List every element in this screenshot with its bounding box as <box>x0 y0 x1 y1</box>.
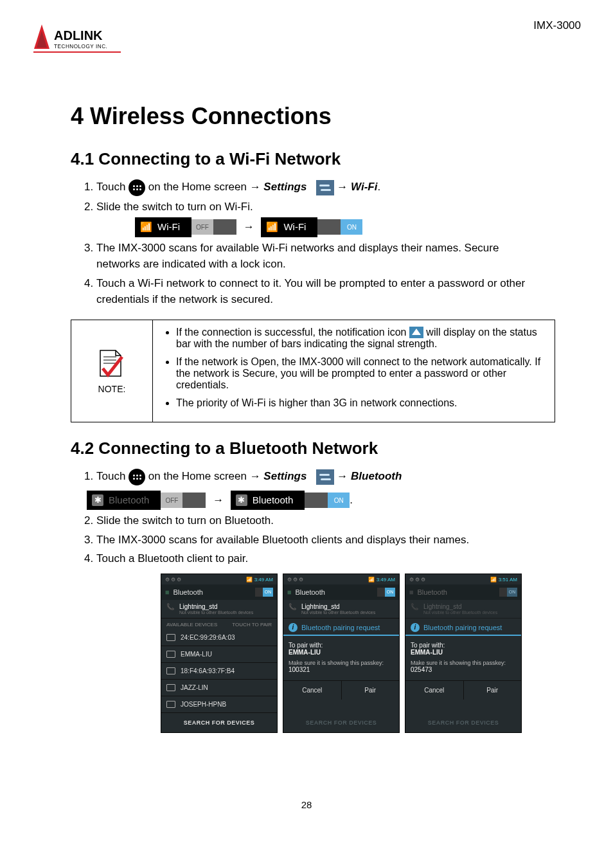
bt-switch[interactable]: ON <box>377 588 395 597</box>
search-devices-button[interactable]: SEARCH FOR DEVICES <box>161 713 277 732</box>
note-icon <box>96 348 127 384</box>
svg-text:TECHNOLOGY INC.: TECHNOLOGY INC. <box>54 44 107 50</box>
bt-device-item[interactable]: EMMA-LIU <box>161 646 277 663</box>
bt-screenshot-list: ⚙⚙⚙ 📶 3:49 AM ≡Bluetooth ON 📞 Lightning_… <box>161 574 278 733</box>
search-devices-button: SEARCH FOR DEVICES <box>405 713 521 732</box>
arrow-icon: → <box>209 494 227 506</box>
wifi-step-2: Slide the switch to turn on Wi-Fi. 📶Wi-F… <box>96 199 542 237</box>
bt-toggle-on: ✱Bluetooth ON <box>231 491 350 511</box>
bt-step-3: The IMX-3000 scans for available Bluetoo… <box>96 532 542 548</box>
bluetooth-icon: ✱ <box>236 494 247 506</box>
bt-step-4: Touch a Bluetooth client to pair. <box>96 550 542 567</box>
wifi-icon: 📶 <box>266 220 278 235</box>
wifi-step-4: Touch a Wi-Fi network to connect to it. … <box>96 275 542 308</box>
search-devices-button: SEARCH FOR DEVICES <box>283 713 399 732</box>
note-box: NOTE: If the connection is successful, t… <box>71 320 555 423</box>
svg-rect-4 <box>33 51 121 53</box>
screenshots-row: ⚙⚙⚙ 📶 3:49 AM ≡Bluetooth ON 📞 Lightning_… <box>161 574 581 733</box>
wifi-toggle-on: 📶Wi-Fi ON <box>261 217 362 237</box>
cancel-button[interactable]: Cancel <box>405 681 464 700</box>
page-number: 28 <box>0 799 613 810</box>
bt-device-item[interactable]: JAZZ-LIN <box>161 680 277 696</box>
settings-icon <box>316 180 334 195</box>
bt-step-2: Slide the switch to turn on Bluetooth. <box>96 512 542 529</box>
wifi-step-3: The IMX-3000 scans for available Wi-Fi n… <box>96 240 542 273</box>
info-icon: i <box>289 623 298 632</box>
wifi-icon: 📶 <box>140 220 152 235</box>
bt-toggle-off: ✱Bluetooth OFF <box>87 491 206 511</box>
svg-text:ADLINK: ADLINK <box>54 28 103 42</box>
settings-icon <box>316 469 334 485</box>
cancel-button[interactable]: Cancel <box>283 681 342 700</box>
bt-screenshot-pair2: ⚙⚙⚙ 📶 3:51 AM ≡Bluetooth ON 📞 Lightning_… <box>405 574 522 733</box>
heading-chapter: 4 Wireless Connections <box>71 103 581 130</box>
note-bullet-2: If the network is Open, the IMX-3000 wil… <box>176 356 543 391</box>
arrow-icon: → <box>240 221 258 233</box>
wifi-notification-icon <box>409 327 423 338</box>
bt-step-1: Touch on the Home screen → Settings → Bl… <box>96 468 542 510</box>
wifi-toggle-off: 📶Wi-Fi OFF <box>135 217 236 237</box>
product-id: IMX-3000 <box>533 19 581 32</box>
heading-section-bluetooth: 4.2 Connecting to a Bluetooth Network <box>71 439 581 458</box>
bt-device-item[interactable]: JOSEPH-HPNB <box>161 696 277 713</box>
apps-icon <box>129 179 145 196</box>
note-caption: NOTE: <box>83 384 141 394</box>
heading-section-wifi: 4.1 Connecting to a Wi-Fi Network <box>71 149 581 169</box>
bt-device-item[interactable]: 18:F4:6A:93:7F:B4 <box>161 663 277 680</box>
pair-button[interactable]: Pair <box>342 681 400 700</box>
apps-icon <box>129 469 145 485</box>
bluetooth-icon: ✱ <box>92 494 103 506</box>
note-bullet-1: If the connection is successful, the not… <box>176 327 543 350</box>
brand-logo: ADLINK TECHNOLOGY INC. <box>32 19 122 58</box>
bt-switch[interactable]: ON <box>499 588 517 597</box>
bt-screenshot-pair1: ⚙⚙⚙ 📶 3:49 AM ≡Bluetooth ON 📞 Lightning_… <box>283 574 400 733</box>
pair-button[interactable]: Pair <box>464 681 522 700</box>
note-bullet-3: The priority of Wi-Fi is higher than 3G … <box>176 397 543 409</box>
bt-device-item[interactable]: 24:EC:99:29:6A:03 <box>161 629 277 646</box>
wifi-step-1: Touch on the Home screen → Settings → Wi… <box>96 179 542 196</box>
bt-switch[interactable]: ON <box>255 588 273 597</box>
info-icon: i <box>411 623 420 632</box>
